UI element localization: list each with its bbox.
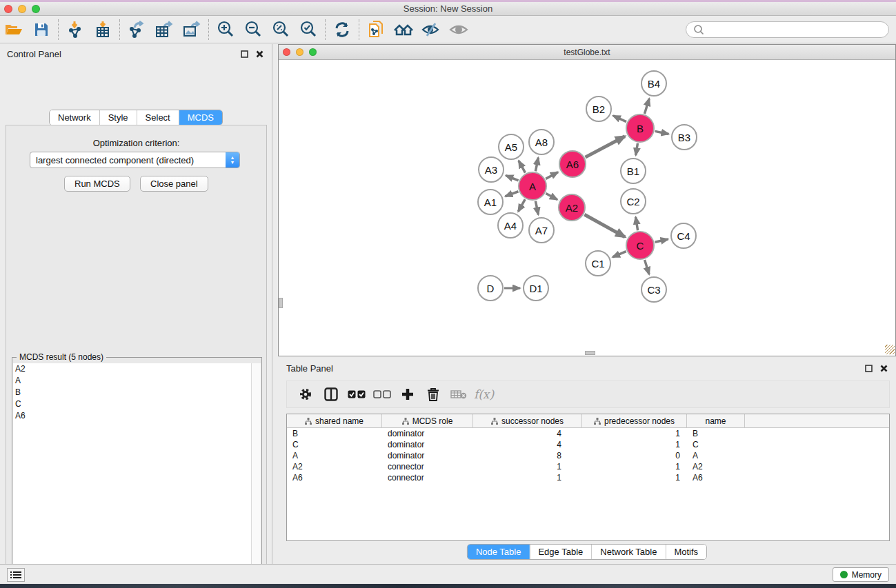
tab-edge-table[interactable]: Edge Table — [529, 545, 591, 559]
cell[interactable]: 1 — [582, 461, 687, 472]
import-network-button[interactable] — [61, 18, 89, 41]
show-all-networks-button[interactable] — [390, 18, 417, 41]
node-D[interactable]: D — [477, 275, 504, 301]
edge-A-A8[interactable] — [535, 158, 538, 172]
table-row-A2[interactable]: A2connector11A2 — [287, 461, 889, 472]
edge-A-A4[interactable] — [518, 199, 525, 212]
show-panel-button[interactable] — [445, 18, 472, 41]
add-column-button[interactable] — [395, 384, 420, 405]
hide-panels-button[interactable] — [417, 18, 445, 41]
cell[interactable]: B — [287, 428, 382, 439]
result-scrollbar[interactable] — [251, 363, 261, 588]
apply-layout-button[interactable] — [328, 18, 356, 41]
cell[interactable]: 4 — [473, 428, 582, 439]
cell[interactable]: connector — [382, 461, 473, 472]
node-B1[interactable]: B1 — [620, 158, 646, 184]
network-window-titlebar[interactable]: testGlobe.txt — [279, 45, 895, 60]
task-history-button[interactable] — [7, 568, 25, 582]
close-panel-icon[interactable] — [878, 363, 889, 374]
column-header-shared-name[interactable]: shared name — [287, 414, 382, 427]
cell[interactable]: B — [687, 428, 745, 439]
network-canvas[interactable]: B4B2BB3A8A5A6A3B1AA1C2A2A4A7C4CC1DD1C3 — [279, 60, 895, 355]
node-A7[interactable]: A7 — [528, 217, 555, 243]
canvas-horizontal-scroll-handle[interactable] — [585, 351, 595, 355]
mcds-result-list[interactable]: A2ABCA6 — [13, 363, 252, 588]
save-session-button[interactable] — [28, 18, 55, 41]
column-header-successor-nodes[interactable]: successor nodes — [473, 414, 582, 427]
table-row-A6[interactable]: A6connector11A6 — [287, 472, 889, 483]
tab-select[interactable]: Select — [137, 110, 179, 125]
search-input[interactable] — [707, 23, 888, 37]
open-session-button[interactable] — [0, 18, 28, 41]
table-settings-button[interactable] — [292, 384, 318, 405]
zoom-fit-button[interactable] — [267, 18, 295, 41]
result-item[interactable]: A — [13, 375, 252, 387]
column-header-predecessor-nodes[interactable]: predecessor nodes — [582, 414, 687, 427]
cell[interactable]: A2 — [687, 461, 745, 472]
node-A6[interactable]: A6 — [559, 150, 586, 178]
result-item[interactable]: A2 — [13, 363, 252, 375]
cell[interactable]: 1 — [582, 472, 687, 483]
edge-C-C3[interactable] — [645, 260, 650, 274]
node-A5[interactable]: A5 — [498, 134, 524, 160]
zoom-selected-button[interactable] — [295, 18, 322, 41]
edge-A6-B[interactable] — [586, 136, 625, 157]
float-panel-icon[interactable] — [239, 48, 250, 59]
export-network-button[interactable] — [123, 18, 150, 41]
cell[interactable]: A6 — [287, 472, 382, 483]
edge-A2-C[interactable] — [584, 214, 625, 237]
cell[interactable]: 0 — [582, 450, 687, 461]
node-C2[interactable]: C2 — [620, 188, 646, 214]
cell[interactable]: C — [687, 439, 745, 450]
node-A3[interactable]: A3 — [478, 156, 504, 183]
edge-C-C1[interactable] — [613, 252, 626, 257]
cell[interactable]: connector — [382, 472, 473, 483]
close-panel-button[interactable]: Close panel — [140, 176, 208, 192]
memory-button[interactable]: Memory — [833, 567, 889, 582]
node-A4[interactable]: A4 — [497, 212, 524, 239]
canvas-vertical-scroll-handle[interactable] — [279, 298, 283, 308]
window-resize-grip[interactable] — [885, 345, 895, 354]
column-header-name[interactable]: name — [687, 414, 745, 427]
cell[interactable]: dominator — [382, 450, 473, 461]
cell[interactable]: dominator — [382, 428, 473, 439]
node-B[interactable]: B — [626, 114, 655, 143]
tab-network[interactable]: Network — [50, 110, 99, 125]
cell[interactable]: dominator — [382, 439, 473, 450]
tab-motifs[interactable]: Motifs — [665, 545, 706, 559]
edge-B-B4[interactable] — [644, 99, 649, 114]
cell[interactable]: 1 — [473, 461, 582, 472]
column-header-MCDS-role[interactable]: MCDS role — [382, 414, 473, 427]
result-item[interactable]: B — [13, 387, 252, 398]
edge-A-A1[interactable] — [506, 192, 519, 196]
node-B4[interactable]: B4 — [641, 70, 667, 97]
node-A[interactable]: A — [518, 172, 547, 201]
delete-columns-button[interactable] — [420, 384, 446, 405]
table-row-A[interactable]: Adominator80A — [287, 450, 889, 461]
run-mcds-button[interactable]: Run MCDS — [64, 176, 130, 192]
tab-style[interactable]: Style — [99, 110, 137, 125]
edge-A-A6[interactable] — [546, 172, 558, 179]
edge-A-A3[interactable] — [506, 176, 518, 181]
select-all-checkboxes-button[interactable] — [344, 384, 369, 405]
criterion-dropdown[interactable]: largest connected component (directed) ▲… — [30, 152, 240, 168]
edge-B-B2[interactable] — [613, 116, 626, 122]
cell[interactable]: 1 — [473, 472, 582, 483]
edge-A-A5[interactable] — [519, 161, 526, 172]
node-A1[interactable]: A1 — [477, 189, 504, 215]
export-image-button[interactable] — [178, 18, 206, 41]
duplicate-network-button[interactable] — [362, 18, 390, 41]
cell[interactable]: A — [287, 450, 382, 461]
node-B2[interactable]: B2 — [586, 96, 612, 122]
node-C3[interactable]: C3 — [641, 276, 667, 303]
edge-C-C2[interactable] — [636, 217, 638, 231]
import-table-button[interactable] — [89, 18, 117, 41]
cell[interactable]: A — [687, 450, 745, 461]
node-C[interactable]: C — [626, 231, 655, 260]
node-C4[interactable]: C4 — [670, 223, 697, 249]
search-field[interactable] — [686, 21, 889, 38]
node-B3[interactable]: B3 — [671, 124, 697, 150]
cell[interactable]: A2 — [287, 461, 382, 472]
result-item[interactable]: A6 — [13, 410, 252, 422]
zoom-out-button[interactable] — [239, 18, 267, 41]
